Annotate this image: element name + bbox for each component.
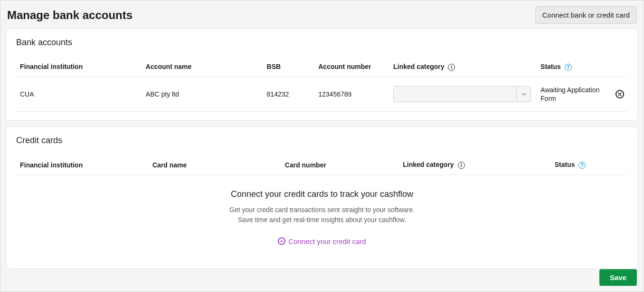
close-icon [618, 92, 622, 96]
help-icon[interactable]: ? [565, 64, 572, 71]
col-status: Status ? [551, 155, 628, 175]
empty-state-title: Connect your credit cards to track your … [21, 189, 623, 199]
status-label: Status [555, 161, 575, 168]
cell-account-number: 123456789 [314, 77, 389, 111]
col-linked-category: Linked category i [389, 57, 537, 77]
help-icon[interactable]: ? [578, 162, 586, 169]
col-card-name: Card name [149, 155, 281, 175]
page-header: Manage bank accounts Connect bank or cre… [0, 0, 644, 29]
table-row: CUA ABC pty ltd 814232 123456789 Awaitin… [16, 77, 628, 111]
empty-state-description: Get your credit card transactions sent s… [227, 205, 417, 225]
cell-bsb: 814232 [263, 77, 315, 111]
credit-cards-title: Credit cards [16, 136, 628, 146]
col-actions [612, 57, 628, 77]
bank-accounts-card: Bank accounts Financial institution Acco… [6, 29, 638, 121]
status-text: Awaiting Application Form [540, 86, 608, 103]
cell-financial-institution: CUA [16, 77, 142, 111]
delete-row-button[interactable] [616, 90, 624, 98]
connect-credit-card-link[interactable]: + Connect your credit card [278, 237, 366, 245]
linked-category-label: Linked category [403, 161, 454, 168]
cell-linked-category [389, 77, 537, 111]
col-linked-category: Linked category i [399, 155, 550, 175]
connect-bank-button[interactable]: Connect bank or credit card [535, 6, 637, 24]
chevron-down-icon [516, 87, 530, 102]
col-financial-institution: Financial institution [16, 155, 149, 175]
col-account-name: Account name [142, 57, 263, 77]
linked-category-select[interactable] [393, 86, 531, 102]
col-card-number: Card number [281, 155, 399, 175]
bank-accounts-title: Bank accounts [16, 38, 628, 48]
col-bsb: BSB [263, 57, 315, 77]
col-account-number: Account number [314, 57, 389, 77]
linked-category-label: Linked category [393, 63, 444, 70]
save-button[interactable]: Save [599, 269, 637, 286]
cell-status: Awaiting Application Form [537, 77, 612, 111]
col-financial-institution: Financial institution [16, 57, 142, 77]
credit-cards-table: Financial institution Card name Card num… [16, 155, 628, 175]
col-status: Status ? [537, 57, 612, 77]
page-footer: Save [599, 269, 637, 286]
credit-cards-empty-state: Connect your credit cards to track your … [16, 175, 628, 260]
status-label: Status [540, 63, 561, 70]
plus-circle-icon: + [278, 237, 285, 245]
info-icon[interactable]: i [458, 162, 465, 169]
cell-account-name: ABC pty ltd [142, 77, 263, 111]
connect-credit-card-label: Connect your credit card [288, 237, 366, 245]
cell-delete [612, 77, 628, 111]
bank-accounts-table: Financial institution Account name BSB A… [16, 57, 628, 112]
page-title: Manage bank accounts [7, 9, 133, 22]
info-icon[interactable]: i [448, 64, 455, 71]
credit-cards-card: Credit cards Financial institution Card … [6, 127, 638, 269]
